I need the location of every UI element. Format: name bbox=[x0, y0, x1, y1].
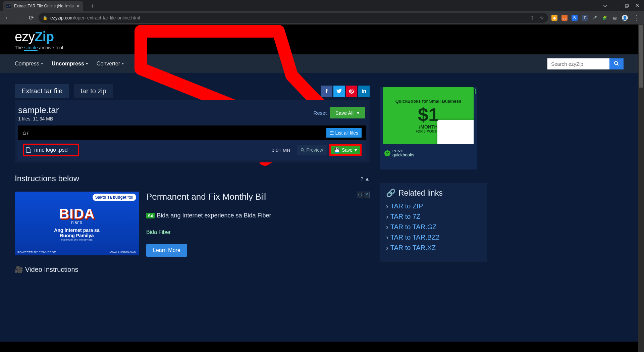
site-search bbox=[547, 58, 624, 69]
share-pinterest-icon[interactable] bbox=[346, 86, 357, 97]
search-input[interactable] bbox=[547, 58, 609, 69]
scrollbar[interactable] bbox=[638, 24, 644, 352]
link-icon: 🔗 bbox=[386, 189, 396, 198]
window-controls: — ✕ bbox=[603, 2, 644, 9]
video-instructions-heading: 🎥 Video Instructions bbox=[15, 265, 370, 273]
nav-converter[interactable]: Converter bbox=[97, 61, 124, 67]
url-path: /open-extract-tar-file-online.html bbox=[74, 15, 140, 20]
related-link[interactable]: TAR to ZIP bbox=[386, 202, 481, 210]
extension-icon[interactable]: T bbox=[582, 15, 588, 21]
browser-toolbar: ← → ⟳ 🔒 ezyzip.com/open-extract-tar-file… bbox=[0, 11, 644, 24]
main-nav: Compress Uncompress Converter bbox=[0, 54, 638, 73]
sidebar-ad[interactable]: ⓘ✕ QuickBooks for Small Business $1 /MON… bbox=[380, 87, 477, 169]
video-icon: 🎥 bbox=[15, 265, 23, 273]
extension-icon[interactable]: B bbox=[572, 15, 578, 21]
file-icon bbox=[26, 147, 31, 153]
preview-button[interactable]: Preview bbox=[297, 145, 327, 155]
site-header: ezyZip The simple archive tool bbox=[0, 24, 638, 54]
instructions-toggle[interactable]: ? ▲ bbox=[361, 176, 370, 182]
back-button[interactable]: ← bbox=[3, 13, 12, 23]
share-facebook-icon[interactable]: f bbox=[321, 86, 332, 97]
new-tab-button[interactable]: ＋ bbox=[87, 0, 98, 11]
breadcrumb-row: ⌂ / ☰ List all files bbox=[18, 125, 366, 140]
home-icon: ⌂ bbox=[23, 130, 26, 136]
tab-tar-to-zip[interactable]: tar to zip bbox=[74, 84, 113, 98]
file-row: nmc logo .psd 0.01 MB Preview 💾 Save bbox=[18, 140, 366, 160]
tab-close-icon[interactable]: ✕ bbox=[76, 4, 80, 8]
save-button[interactable]: 💾 Save ▾ bbox=[331, 146, 360, 154]
tab-strip: eZ Extract TAR File Online (No limits ✕ … bbox=[0, 0, 98, 11]
list-all-files-button[interactable]: ☰ List all files bbox=[326, 128, 362, 138]
nav-uncompress[interactable]: Uncompress bbox=[52, 61, 88, 67]
tab-extract-tar[interactable]: Extract tar file bbox=[15, 84, 69, 98]
extension-icon[interactable]: 🦊 bbox=[561, 15, 568, 21]
highlighted-save: 💾 Save ▾ bbox=[329, 144, 362, 156]
browser-tab[interactable]: eZ Extract TAR File Online (No limits ✕ bbox=[3, 1, 83, 11]
related-links-title: 🔗 Related links bbox=[386, 189, 481, 198]
instructions-header: Instructions below ? ▲ bbox=[15, 170, 370, 186]
window-close-icon[interactable]: ✕ bbox=[635, 2, 639, 9]
url-host: ezyzip.com bbox=[50, 15, 74, 20]
search-button[interactable] bbox=[609, 58, 624, 69]
site-logo[interactable]: ezyZip bbox=[15, 29, 624, 44]
adchoices-icon[interactable]: ⓘ✕ bbox=[357, 192, 370, 198]
search-icon bbox=[301, 148, 305, 152]
save-all-button[interactable]: Save All ▾ bbox=[330, 107, 365, 118]
site-tagline: The simple archive tool bbox=[15, 45, 624, 50]
svg-rect-1 bbox=[626, 4, 629, 7]
tab-title: Extract TAR File Online (No limits bbox=[14, 4, 74, 8]
lock-icon: 🔒 bbox=[43, 15, 48, 20]
mic-icon[interactable]: 🎤 bbox=[592, 15, 598, 21]
page-viewport: ezyZip The simple archive tool Compress … bbox=[0, 24, 644, 352]
window-collapse-icon[interactable] bbox=[603, 3, 607, 8]
social-share: f in bbox=[321, 86, 370, 97]
related-link[interactable]: TAR to TAR.BZ2 bbox=[386, 234, 481, 241]
highlighted-file[interactable]: nmc logo .psd bbox=[23, 144, 79, 156]
star-icon[interactable]: ☆ bbox=[540, 15, 544, 20]
ad-cta-button[interactable]: Learn More bbox=[146, 244, 187, 257]
breadcrumb-home[interactable]: ⌂ / bbox=[23, 130, 29, 136]
related-links-box: 🔗 Related links TAR to ZIP TAR to 7Z TAR… bbox=[380, 183, 487, 261]
reset-link[interactable]: Reset bbox=[314, 110, 327, 116]
ad-badge: Ad bbox=[146, 213, 155, 218]
profile-avatar[interactable]: 👤 bbox=[622, 15, 628, 21]
search-icon bbox=[614, 61, 619, 66]
list-icon: ☰ bbox=[330, 130, 334, 136]
address-bar[interactable]: 🔒 ezyzip.com/open-extract-tar-file-onlin… bbox=[39, 13, 548, 23]
nav-compress[interactable]: Compress bbox=[15, 61, 43, 67]
ad-advertiser: Bida Fiber bbox=[146, 229, 370, 235]
related-link[interactable]: TAR to 7Z bbox=[386, 213, 481, 220]
sidebar: ⓘ✕ QuickBooks for Small Business $1 /MON… bbox=[380, 84, 487, 261]
share-twitter-icon[interactable] bbox=[333, 86, 345, 97]
window-minimize-icon[interactable]: — bbox=[613, 3, 619, 9]
scrollbar-thumb[interactable] bbox=[638, 24, 644, 88]
related-link[interactable]: TAR to TAR.XZ bbox=[386, 244, 481, 252]
chevron-down-icon: ▾ bbox=[357, 110, 360, 116]
archive-card: sample.tar 1 files, 11.34 MB Reset Save … bbox=[15, 100, 370, 162]
extensions-bar: ◆ 🦊 B T 🎤 🧩 ▤ 👤 ⋮ bbox=[551, 13, 641, 23]
favicon-icon: eZ bbox=[6, 3, 11, 9]
file-size: 0.01 MB bbox=[271, 147, 290, 153]
extensions-menu-icon[interactable]: 🧩 bbox=[602, 15, 608, 21]
reload-button[interactable]: ⟳ bbox=[28, 13, 35, 23]
file-entry-name: nmc logo .psd bbox=[34, 147, 68, 153]
svg-point-2 bbox=[614, 61, 618, 64]
extension-icon[interactable]: ◆ bbox=[551, 15, 557, 21]
window-maximize-icon[interactable] bbox=[625, 4, 629, 8]
chevron-down-icon: ▾ bbox=[355, 147, 357, 153]
share-linkedin-icon[interactable]: in bbox=[358, 86, 370, 97]
mode-tabs: Extract tar file tar to zip bbox=[15, 84, 113, 98]
ad-creative[interactable]: Sakto sa budget 'to! BIDA FIBER Ang inte… bbox=[15, 192, 139, 255]
kebab-menu-icon[interactable]: ⋮ bbox=[632, 13, 641, 23]
inline-ad: ⓘ✕ Sakto sa budget 'to! BIDA FIBER Ang i… bbox=[15, 192, 370, 257]
quickbooks-icon: qb bbox=[384, 150, 390, 156]
svg-point-4 bbox=[301, 148, 304, 151]
disk-icon: 💾 bbox=[334, 147, 340, 153]
related-link[interactable]: TAR to TAR.GZ bbox=[386, 223, 481, 231]
reading-list-icon[interactable]: ▤ bbox=[612, 15, 618, 21]
ad-headline: Permanent and Fix Monthly Bill bbox=[146, 192, 370, 202]
ad-description: Bida ang Internet experience sa Bida Fib… bbox=[157, 212, 271, 219]
share-icon[interactable]: ⇪ bbox=[530, 15, 534, 20]
svg-rect-0 bbox=[625, 5, 628, 7]
forward-button[interactable]: → bbox=[15, 13, 24, 23]
